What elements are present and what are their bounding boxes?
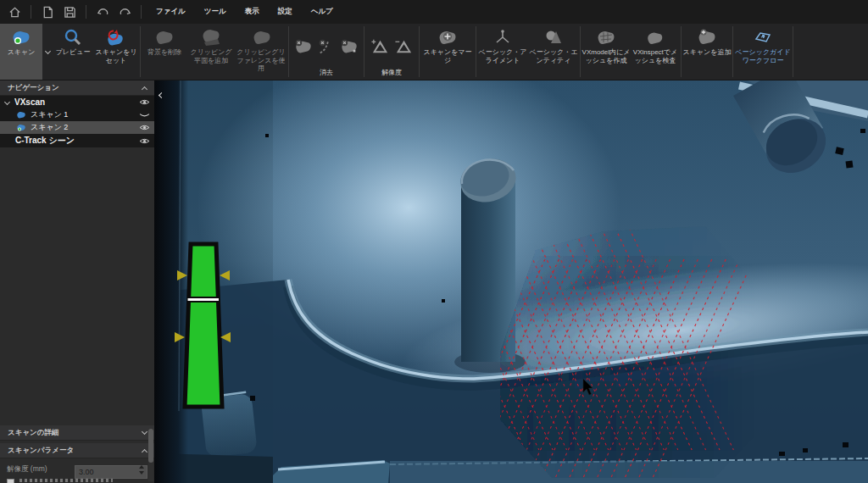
resolution-group-label: 解像度: [365, 68, 418, 80]
divider: [793, 26, 793, 77]
menubar: ファイル ツール 表示 設定 ヘルプ: [0, 0, 868, 24]
decrease-resolution-icon[interactable]: [394, 37, 414, 55]
increase-resolution-icon[interactable]: [370, 37, 390, 55]
3d-viewport[interactable]: [154, 80, 868, 483]
add-clipping-plane-button[interactable]: クリッピング平面を追加: [187, 24, 235, 80]
tree-item-scan2[interactable]: スキャン 2: [0, 121, 154, 134]
use-clipping-reference-button[interactable]: クリッピングリファレンスを使用: [235, 24, 287, 80]
erase-group-label: 消去: [290, 68, 363, 80]
menu-file[interactable]: ファイル: [148, 0, 193, 24]
erase-selection-icon[interactable]: [340, 38, 359, 55]
navigation-header[interactable]: ナビゲーション: [0, 80, 154, 96]
basic-entity-button[interactable]: ベーシック・エンティティ: [528, 24, 579, 80]
clipping-plane-icon: [201, 28, 221, 47]
preview-button[interactable]: プレビュー: [53, 24, 93, 80]
collapse-sidebar-button[interactable]: [159, 86, 164, 101]
scan-dropdown-caret[interactable]: [42, 24, 53, 80]
divider: [681, 26, 682, 77]
divider: [31, 5, 31, 19]
cylindrical-post: [454, 153, 526, 373]
new-file-icon[interactable]: [38, 3, 57, 21]
visibility-eye-closed-icon[interactable]: [138, 111, 151, 119]
distance-meter-bar: [185, 244, 222, 407]
merge-scans-button[interactable]: スキャンをマージ: [420, 24, 475, 80]
menu-settings[interactable]: 設定: [270, 0, 300, 24]
scan-parameters-header[interactable]: スキャンパラメータ: [0, 443, 154, 458]
spinner-down-icon[interactable]: [139, 471, 144, 475]
visibility-eye-icon[interactable]: [138, 98, 151, 106]
divider: [476, 26, 476, 77]
divider: [141, 5, 142, 19]
erase-curve-icon[interactable]: [317, 38, 336, 55]
add-scan-icon: [697, 28, 717, 47]
collapse-chevron-icon: [142, 448, 147, 454]
scan-left-edge: [154, 80, 188, 483]
scan-blob-icon: [15, 110, 27, 119]
guided-workflow-icon: [753, 28, 773, 47]
spinner-up-icon[interactable]: [139, 465, 144, 469]
vxinspect-mesh-icon: [645, 28, 665, 47]
panel-scrollbar[interactable]: [148, 429, 153, 481]
expand-chevron-icon: [142, 429, 147, 435]
divider: [364, 26, 364, 77]
guided-workflow-button[interactable]: ベーシックガイドワークフロー: [734, 24, 792, 80]
erase-scan-icon[interactable]: [294, 38, 313, 55]
basic-alignment-button[interactable]: ベーシック・アライメント: [477, 24, 528, 80]
clipping-reference-icon: [251, 28, 271, 47]
remove-background-icon: [154, 28, 175, 47]
erase-group: 消去: [290, 24, 363, 80]
scene-tree: VXscan スキャン 1 スキャン 2: [0, 96, 154, 147]
undo-icon[interactable]: [93, 3, 112, 21]
clipped-checkbox-row: [0, 479, 154, 483]
visibility-eye-icon[interactable]: [138, 137, 151, 145]
magnifier-icon: [63, 28, 83, 47]
remove-background-button[interactable]: 背景を削除: [142, 24, 187, 80]
checkbox[interactable]: [7, 479, 14, 483]
resolution-row: 解像度 (mm): [0, 458, 154, 479]
redo-icon[interactable]: [115, 3, 134, 21]
scan-details-header[interactable]: スキャンの詳細: [0, 425, 154, 441]
add-scan-button[interactable]: スキャンを追加: [682, 24, 732, 80]
scan-button[interactable]: スキャン: [0, 24, 42, 80]
parameters-panel: スキャンの詳細 スキャンパラメータ 解像度 (mm): [0, 425, 154, 483]
save-icon[interactable]: [60, 3, 79, 21]
expander-icon[interactable]: [4, 99, 10, 105]
resolution-group: 解像度: [365, 24, 418, 80]
navigation-sidebar: ナビゲーション VXscan スキャン 1: [0, 80, 154, 483]
reset-scan-icon: [106, 28, 126, 47]
ribbon-toolbar: スキャン プレビュー スキャンをリセット 背景を削除: [0, 24, 868, 80]
scan-scene: [154, 80, 868, 483]
entity-shapes-icon: [543, 28, 564, 47]
divider: [732, 26, 733, 77]
scan-icon: [11, 28, 31, 47]
reset-scan-button[interactable]: スキャンをリセット: [93, 24, 139, 80]
vxmodel-mesh-button[interactable]: VXmodel内にメッシュを作成: [581, 24, 631, 80]
resolution-stepper[interactable]: [136, 464, 147, 475]
scan-active-blob-icon: [15, 123, 27, 132]
divider: [580, 26, 581, 77]
collapse-chevron-icon: [142, 86, 147, 92]
divider: [140, 26, 141, 77]
menu-tools[interactable]: ツール: [197, 0, 234, 24]
divider: [288, 26, 289, 77]
merge-scans-icon: [437, 28, 458, 47]
menu-view[interactable]: 表示: [237, 0, 267, 24]
vxmodel-mesh-icon: [596, 28, 616, 47]
vxinspect-mesh-button[interactable]: VXinspectでメッシュを検査: [631, 24, 680, 80]
alignment-tripod-icon: [492, 28, 513, 47]
resolution-label: 解像度 (mm): [7, 464, 75, 475]
menu-help[interactable]: ヘルプ: [303, 0, 341, 24]
application-window: ファイル ツール 表示 設定 ヘルプ スキャン プレビュー: [0, 0, 868, 483]
tree-item-vxscan[interactable]: VXscan: [0, 96, 154, 108]
visibility-eye-icon[interactable]: [138, 124, 151, 131]
divider: [419, 26, 420, 77]
home-icon[interactable]: [5, 3, 24, 21]
tree-item-scan1[interactable]: スキャン 1: [0, 108, 154, 121]
tree-item-ctrack-scene[interactable]: C-Track シーン: [0, 134, 154, 147]
divider: [86, 5, 86, 19]
